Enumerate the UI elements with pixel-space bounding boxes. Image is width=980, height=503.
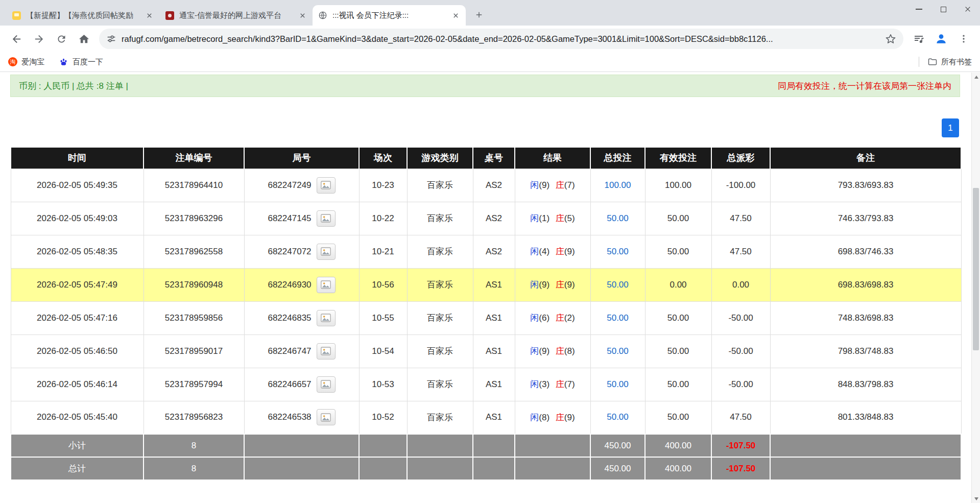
view-result-image-button[interactable] [317,177,336,194]
bookmark-aitaobao[interactable]: 淘 爱淘宝 [8,57,44,67]
site-info-icon[interactable] [106,34,116,44]
cell-result: 闲(9) 庄(7) [515,169,590,202]
cell-table-no: AS1 [473,368,515,401]
all-bookmarks-button[interactable]: 所有书签 [927,57,972,67]
round-number: 682246657 [268,379,311,390]
reload-button[interactable] [51,28,72,50]
banker-result: 庄(8) [556,346,575,356]
cell-payout: -50.00 [711,368,770,401]
vertical-scrollbar[interactable] [971,73,980,503]
total-bet-link[interactable]: 50.00 [607,247,629,256]
new-tab-button[interactable] [471,7,487,23]
scrollbar-thumb[interactable] [973,188,979,350]
tab-3-close-icon[interactable] [450,10,461,20]
cell-game-type: 百家乐 [407,169,473,202]
media-controls-button[interactable] [908,28,929,50]
tab-1-close-icon[interactable] [144,10,154,20]
player-result: 闲(1) [530,213,549,223]
cell-bet-id: 523178960948 [144,268,244,301]
bookmark-star-button[interactable] [885,33,896,44]
home-button[interactable] [73,28,94,50]
cell-table-no: AS2 [473,169,515,202]
subtotal-row: 小计 8 450.00 400.00 -107.50 [11,434,961,457]
tab-2[interactable]: 通宝-信誉最好的网上游戏平台 [159,5,313,26]
total-bet-link[interactable]: 100.00 [605,180,631,190]
bet-records-table: 时间 注单编号 局号 场次 游戏类别 桌号 结果 总投注 有效投注 总派彩 备注… [10,147,962,481]
bookmark-baidu[interactable]: 百度一下 [59,57,103,67]
close-button[interactable] [955,0,980,18]
address-bar[interactable]: rafugf.com/game/betrecord_search/kind3?B… [99,29,903,49]
tab-1[interactable]: 【新提醒】【海燕优质回帖奖励 [6,5,159,26]
tab-3-active[interactable]: :::视讯 会员下注纪录::: [313,5,466,26]
subtotal-label: 小计 [11,434,144,457]
bookmark-label: 爱淘宝 [21,57,44,67]
scroll-down-arrow[interactable] [972,494,980,503]
footer-empty-cell [359,457,407,480]
view-result-image-button[interactable] [317,376,336,393]
cell-bet-id: 523178957994 [144,368,244,401]
total-bet-link[interactable]: 50.00 [607,346,629,356]
view-result-image-button[interactable] [317,343,336,360]
col-header-valid-bet: 有效投注 [645,147,711,169]
cell-table-no: AS2 [473,235,515,268]
round-number: 682246930 [268,280,311,290]
tab-1-favicon [11,10,21,20]
player-result: 闲(9) [530,280,549,290]
cell-round: 682247072 [244,235,359,268]
cell-round: 682247249 [244,169,359,202]
table-body: 2026-02-05 05:49:35 523178964410 6822472… [11,169,961,434]
cell-total-bet: 50.00 [590,235,645,268]
forward-button[interactable] [28,28,50,50]
col-header-payout: 总派彩 [711,147,770,169]
view-result-image-button[interactable] [317,210,336,227]
total-bet-link[interactable]: 50.00 [607,213,629,223]
navigation-bar: rafugf.com/game/betrecord_search/kind3?B… [0,26,980,52]
cell-result: 闲(3) 庄(7) [515,368,590,401]
image-icon [321,181,331,189]
tab-2-close-icon[interactable] [297,10,307,20]
browser-window: 【新提醒】【海燕优质回帖奖励 通宝-信誉最好的网上游戏平台 :::视讯 会员下注… [0,0,980,503]
minimize-button[interactable] [906,0,931,18]
cell-total-bet: 100.00 [590,169,645,202]
table-row: 2026-02-05 05:49:03 523178963296 6822471… [11,202,961,235]
image-icon [321,214,331,223]
footer-empty-cell [359,434,407,457]
cell-payout: 47.50 [711,202,770,235]
cell-valid-bet: 50.00 [645,202,711,235]
total-total-bet: 450.00 [590,457,645,480]
cell-total-bet: 50.00 [590,368,645,401]
total-bet-link[interactable]: 50.00 [607,280,629,290]
cell-total-bet: 50.00 [590,334,645,368]
cell-note: 746.33/793.83 [770,202,961,235]
footer-empty-cell [407,434,473,457]
back-button[interactable] [6,28,27,50]
page-1-button[interactable]: 1 [942,118,959,137]
browser-menu-button[interactable] [953,28,974,50]
cell-session: 10-53 [359,368,407,401]
scroll-up-arrow[interactable] [972,73,980,81]
total-bet-link[interactable]: 50.00 [607,379,629,389]
cell-game-type: 百家乐 [407,235,473,268]
cell-total-bet: 50.00 [590,301,645,334]
total-bet-link[interactable]: 50.00 [607,412,629,422]
profile-avatar-button[interactable] [930,28,952,50]
page-content: 币别 : 人民币 | 总共 :8 注单 | 同局有效投注，统一计算在该局第一张注… [0,73,971,503]
folder-icon [927,57,938,67]
total-payout: -107.50 [711,457,770,480]
maximize-button[interactable] [931,0,955,18]
minimize-icon [916,9,922,10]
cell-result: 闲(9) 庄(9) [515,268,590,301]
cell-table-no: AS1 [473,301,515,334]
view-result-image-button[interactable] [317,409,336,425]
view-result-image-button[interactable] [317,277,336,293]
tab-1-title: 【新提醒】【海燕优质回帖奖励 [26,11,139,20]
col-header-round: 局号 [244,147,359,169]
cell-valid-bet: 100.00 [645,169,711,202]
view-result-image-button[interactable] [317,310,336,326]
taobao-favicon-icon: 淘 [8,57,17,66]
cell-note: 798.83/748.83 [770,334,961,368]
total-bet-link[interactable]: 50.00 [607,313,629,323]
url-text[interactable]: rafugf.com/game/betrecord_search/kind3?B… [122,34,880,44]
cell-total-bet: 50.00 [590,268,645,301]
view-result-image-button[interactable] [317,244,336,260]
